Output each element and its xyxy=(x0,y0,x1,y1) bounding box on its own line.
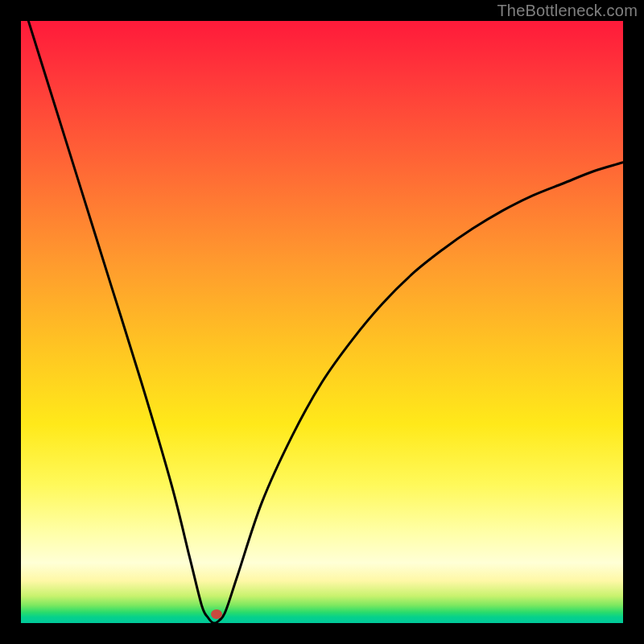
curve-svg xyxy=(21,21,623,623)
plot-area xyxy=(21,21,623,623)
bottleneck-curve-path xyxy=(21,21,623,623)
optimum-marker-icon xyxy=(211,609,222,619)
watermark-text: TheBottleneck.com xyxy=(497,2,638,20)
chart-frame: TheBottleneck.com xyxy=(0,0,644,644)
